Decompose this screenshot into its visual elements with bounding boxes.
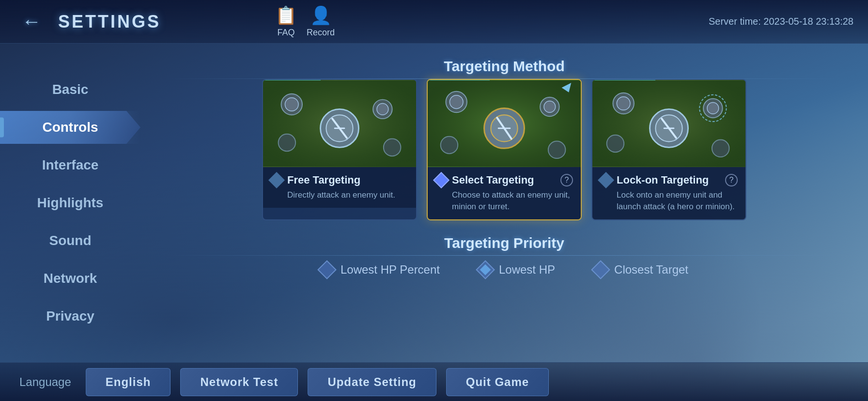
main-content: Targeting Method Standard [140,44,868,362]
card-title-row-advanced: Select Targeting ? [435,174,573,186]
card-image-standard: Standard [263,80,416,167]
sidebar-item-controls[interactable]: Controls [0,111,140,144]
svg-point-17 [544,101,556,113]
priority-diamond-closest-target [591,260,610,279]
svg-point-32 [712,140,729,157]
priority-diamond-lowest-hp-percent [317,260,337,279]
back-arrow-icon: ← [22,11,41,32]
svg-point-7 [384,139,401,156]
priority-diamond-lowest-hp [476,260,495,279]
card-select-icon-additional [598,172,614,188]
page-title: SETTINGS [58,12,161,32]
priority-label-lowest-hp-percent: Lowest HP Percent [341,263,440,277]
card-help-additional[interactable]: ? [725,174,738,186]
card-select-icon-standard [268,172,285,188]
svg-point-28 [617,97,630,110]
card-title-advanced: Select Targeting [452,174,556,186]
faq-button[interactable]: 📋 FAQ [275,5,297,38]
network-test-button[interactable]: Network Test [180,368,298,396]
sidebar-item-privacy[interactable]: Privacy [0,300,140,333]
faq-label: FAQ [277,28,294,38]
back-button[interactable]: ← [15,7,48,36]
targeting-priority-section: Targeting Priority Lowest HP Percent Low… [165,235,844,277]
language-label: Language [19,375,71,389]
sidebar-item-highlights[interactable]: Highlights [0,186,140,219]
priority-option-lowest-hp[interactable]: Lowest HP [479,263,555,277]
svg-point-19 [548,141,566,159]
card-image-additional: Additional [592,80,745,167]
targeting-card-standard[interactable]: Standard [262,79,417,220]
targeting-method-section: Targeting Method Standard [165,58,844,220]
card-title-standard: Free Targeting [287,174,408,186]
card-game-art-standard [263,80,416,167]
server-time: Server time: 2023-05-18 23:13:28 [709,16,853,27]
targeting-card-advanced[interactable]: Advanced [427,79,582,220]
sidebar: Basic Controls Interface Highlights Soun… [0,44,140,362]
card-game-art-advanced [428,80,581,167]
english-button[interactable]: English [86,368,171,396]
record-button[interactable]: 👤 Record [307,5,335,38]
priority-option-lowest-hp-percent[interactable]: Lowest HP Percent [320,263,440,277]
card-desc-standard: Directly attack an enemy unit. [271,189,408,201]
targeting-method-title: Targeting Method [165,58,844,79]
sidebar-item-network[interactable]: Network [0,262,140,295]
svg-point-31 [607,135,624,153]
targeting-card-additional[interactable]: Additional [591,79,746,220]
record-icon: 👤 [310,5,332,26]
svg-point-6 [279,134,296,152]
sidebar-item-sound[interactable]: Sound [0,224,140,257]
priority-label-closest-target: Closest Target [614,263,688,277]
record-label: Record [307,28,335,38]
svg-point-5 [377,104,388,115]
card-svg-advanced [428,80,581,167]
header: ← SETTINGS 📋 FAQ 👤 Record Server time: 2… [0,0,868,44]
svg-point-18 [441,137,458,154]
faq-icon: 📋 [275,5,297,26]
targeting-cards: Standard [165,79,844,220]
card-title-row-additional: Lock-on Targeting ? [600,174,738,186]
card-game-art-additional [592,80,745,167]
card-svg-standard [263,80,416,167]
card-title-additional: Lock-on Targeting [617,174,720,186]
svg-point-30 [707,103,719,114]
card-select-icon-advanced [433,172,450,188]
card-info-advanced: Select Targeting ? Choose to attack an e… [428,167,581,219]
card-svg-additional [592,80,745,167]
card-info-standard: Free Targeting Directly attack an enemy … [263,167,416,208]
priority-options: Lowest HP Percent Lowest HP Closest Targ… [165,263,844,277]
svg-point-3 [285,98,298,111]
targeting-priority-title: Targeting Priority [165,235,844,256]
card-info-additional: Lock-on Targeting ? Lock onto an enemy u… [592,167,745,219]
update-setting-button[interactable]: Update Setting [308,368,436,396]
quit-game-button[interactable]: Quit Game [446,368,549,396]
card-title-row-standard: Free Targeting [271,174,408,186]
header-icons: 📋 FAQ 👤 Record [275,5,335,38]
priority-option-closest-target[interactable]: Closest Target [594,263,688,277]
card-help-advanced[interactable]: ? [560,174,573,186]
card-desc-additional: Lock onto an enemy unit and launch attac… [600,189,738,213]
card-image-advanced: Advanced [428,80,581,167]
sidebar-item-interface[interactable]: Interface [0,149,140,182]
priority-label-lowest-hp: Lowest HP [499,263,555,277]
svg-point-15 [450,95,463,109]
sidebar-item-basic[interactable]: Basic [0,73,140,106]
bottom-bar: Language English Network Test Update Set… [0,362,868,401]
card-desc-advanced: Choose to attack an enemy unit, minion o… [435,189,573,213]
